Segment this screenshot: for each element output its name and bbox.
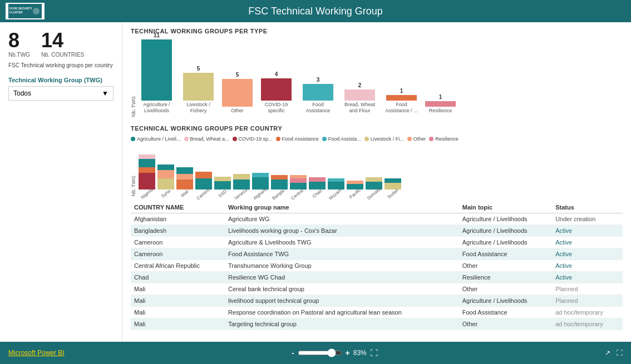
stacked-bar-2[interactable] <box>176 167 193 190</box>
bar-group-0: 11Agriculture / Livelihoods <box>139 32 175 114</box>
table-cell-2-2: Agriculture / Livelihoods <box>459 237 552 248</box>
bar-rect-6[interactable] <box>386 95 417 101</box>
legend-item-1: Bread, Wheat a... <box>184 136 229 142</box>
table-cell-0-1: Agriculture WG <box>225 213 459 225</box>
table-cell-7-1: livelihood support technical group <box>225 295 459 307</box>
country-group-1: Syria <box>157 164 174 196</box>
countries-label: Nb. COUNTRIES <box>41 52 84 58</box>
bar-value-6: 1 <box>400 88 403 94</box>
bar-group-1: 5Livestock / Fishery <box>180 66 216 114</box>
table-cell-6-2: Other <box>459 283 552 295</box>
country-group-4: SSD <box>214 177 231 196</box>
stacked-bar-0[interactable] <box>139 154 155 190</box>
table-row[interactable]: CameroonFood Assistance TWGFood Assistan… <box>131 248 623 260</box>
country-bar-chart: NigeriaSyriaMaliCamero...SSDVenezu...Afg… <box>139 146 401 196</box>
twg-label: Nb.TWG <box>8 52 30 58</box>
share-icon[interactable]: ↗ <box>605 349 610 357</box>
bar-group-5: 2Bread, Wheat and Flour <box>342 82 378 114</box>
type-chart-y-label: Nb. TWG <box>131 96 136 117</box>
country-group-13: Sudan <box>384 178 401 196</box>
bar-rect-1[interactable] <box>183 73 214 101</box>
bar-segment-0-3 <box>139 154 155 159</box>
table-cell-3-0: Cameroon <box>131 248 225 260</box>
bar-rect-5[interactable] <box>344 89 375 101</box>
table-row[interactable]: ChadResilience WG ChadResilienceActive <box>131 272 623 283</box>
twg-filter-dropdown[interactable]: Todos ▼ <box>8 86 114 101</box>
bar-value-7: 1 <box>439 94 442 100</box>
power-bi-link[interactable]: Microsoft Power BI <box>8 349 65 357</box>
legend-label-4: Food Assista... <box>328 136 361 142</box>
description: FSC Technical working groups per country <box>8 62 114 68</box>
table-row[interactable]: Central African RepublicTranshumance Wor… <box>131 260 623 272</box>
bar-segment-0-0 <box>139 173 155 190</box>
bar-value-5: 2 <box>358 82 362 88</box>
bar-rect-7[interactable] <box>425 101 456 107</box>
legend-dot-3 <box>276 137 280 141</box>
table-header-1: Working group name <box>225 202 459 213</box>
table-row[interactable]: MaliCereal bank technical groupOtherPlan… <box>131 283 623 295</box>
table-row[interactable]: BangladeshLivelihoods working group - Co… <box>131 225 623 237</box>
country-group-6: Afghani... <box>252 173 269 196</box>
left-panel: 8 Nb.TWG 14 Nb. COUNTRIES FSC Technical … <box>0 22 122 342</box>
stacked-bar-1[interactable] <box>157 164 174 190</box>
table-header-2: Main topic <box>459 202 552 213</box>
bar-rect-0[interactable] <box>141 39 172 101</box>
bar-segment-1-2 <box>157 164 174 170</box>
table-cell-2-3: Active <box>552 237 623 248</box>
type-chart-title: TECHNICAL WORKING GROUPS PER TYPE <box>131 28 623 34</box>
legend-dot-0 <box>131 137 135 141</box>
country-group-12: Somalia <box>366 177 382 196</box>
country-chart-section: TECHNICAL WORKING GROUPS PER COUNTRY Agr… <box>131 125 623 196</box>
table-cell-6-3: Planned <box>552 283 623 295</box>
table-section: COUNTRY NAMEWorking group nameMain topic… <box>131 202 623 330</box>
bar-segment-2-2 <box>176 167 193 174</box>
legend-dot-5 <box>364 137 369 141</box>
type-chart-section: TECHNICAL WORKING GROUPS PER TYPE Nb. TW… <box>131 28 623 117</box>
bar-segment-7-1 <box>271 175 288 179</box>
table-row[interactable]: AfghanistanAgriculture WGAgriculture / L… <box>131 213 623 225</box>
table-cell-6-1: Cereal bank technical group <box>225 283 459 295</box>
legend-dot-1 <box>184 137 189 141</box>
bar-rect-4[interactable] <box>303 84 333 101</box>
zoom-slider[interactable] <box>298 348 342 357</box>
zoom-out-button[interactable]: - <box>292 348 294 357</box>
legend-label-1: Bread, Wheat a... <box>190 136 229 142</box>
table-cell-5-3: Active <box>552 272 623 283</box>
svg-text:FOOD SECURITY: FOOD SECURITY <box>9 7 33 10</box>
bar-value-1: 5 <box>197 66 200 72</box>
footer-icons: ↗ ⛶ <box>605 349 623 357</box>
legend-item-4: Food Assista... <box>322 136 361 142</box>
table-row[interactable]: CameroonAgriculture & Livelihoods TWGAgr… <box>131 237 623 248</box>
country-chart-wrapper: Nb. TWG NigeriaSyriaMaliCamero...SSDVene… <box>131 146 623 196</box>
table-cell-1-3: Active <box>552 225 623 237</box>
bar-segment-4-1 <box>214 177 231 181</box>
filter-section: Technical Working Group (TWG) Todos ▼ <box>8 77 114 101</box>
bar-label-5: Bread, Wheat and Flour <box>342 102 378 114</box>
table-cell-5-0: Chad <box>131 272 225 283</box>
zoom-in-button[interactable]: + <box>346 348 350 357</box>
expand-icon[interactable]: ⛶ <box>616 349 623 357</box>
table-cell-5-2: Resilience <box>459 272 552 283</box>
table-cell-1-0: Bangladesh <box>131 225 225 237</box>
bar-rect-3[interactable] <box>261 78 292 101</box>
bar-segment-1-1 <box>157 170 174 178</box>
country-group-7: Bangla... <box>271 175 288 196</box>
bar-group-7: 1Resilience <box>425 94 456 114</box>
table-cell-9-2: Other <box>459 318 552 330</box>
legend-label-5: Livestock / Fi... <box>371 136 404 142</box>
main-content: 8 Nb.TWG 14 Nb. COUNTRIES FSC Technical … <box>0 22 631 342</box>
table-cell-7-2: Agriculture / Livelihoods <box>459 295 552 307</box>
bar-rect-2[interactable] <box>222 79 253 107</box>
dropdown-chevron-icon: ▼ <box>102 89 109 97</box>
table-row[interactable]: MaliResponse coordination on Pastoral an… <box>131 307 623 318</box>
bar-segment-2-1 <box>176 174 193 179</box>
fullscreen-icon[interactable]: ⛶ <box>370 348 378 357</box>
legend-label-7: Resilience <box>435 136 459 142</box>
bar-value-2: 5 <box>236 72 239 78</box>
table-header-3: Status <box>552 202 623 213</box>
zoom-control: - + 83% ⛶ <box>292 348 378 357</box>
country-group-9: Chad <box>309 177 326 196</box>
bar-segment-3-1 <box>195 172 212 178</box>
table-row[interactable]: MaliTargeting technical groupOtherad hoc… <box>131 318 623 330</box>
table-row[interactable]: Malilivelihood support technical groupAg… <box>131 295 623 307</box>
